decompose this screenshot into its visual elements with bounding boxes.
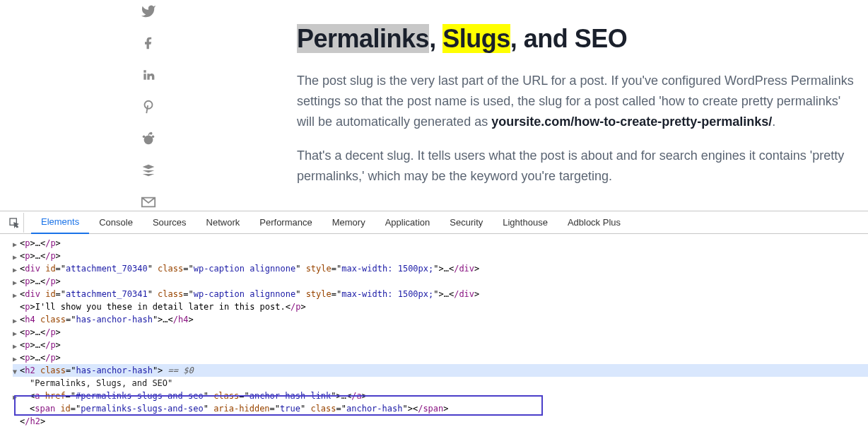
- dom-node[interactable]: ▶<div id="attachment_70341" class="wp-ca…: [13, 288, 868, 300]
- page-content: Permalinks, Slugs, and SEO The post slug…: [0, 0, 868, 211]
- dom-node[interactable]: ▶<h4 class="has-anchor-hash">…</h4>: [13, 313, 868, 326]
- devtools-tab-lighthouse[interactable]: Lighthouse: [493, 211, 558, 234]
- heading-highlight-grey: Permalinks: [297, 24, 429, 53]
- buffer-icon[interactable]: [140, 163, 157, 179]
- svg-point-3: [143, 136, 146, 139]
- dom-node[interactable]: ▶<a href="#permalinks-slugs-and-seo" cla…: [13, 390, 868, 402]
- devtools-tab-sources[interactable]: Sources: [143, 211, 197, 234]
- dom-node[interactable]: ▶<p>…</p>: [13, 339, 868, 351]
- dom-node[interactable]: "Permalinks, Slugs, and SEO": [13, 377, 868, 390]
- email-icon[interactable]: [140, 194, 157, 211]
- article-paragraph: The post slug is the very last part of t…: [297, 71, 854, 131]
- svg-point-1: [144, 136, 153, 145]
- devtools-tab-network[interactable]: Network: [197, 211, 250, 234]
- svg-point-0: [145, 101, 153, 109]
- article-body: Permalinks, Slugs, and SEO The post slug…: [297, 0, 868, 211]
- facebook-icon[interactable]: [140, 35, 157, 51]
- devtools-tab-adblock-plus[interactable]: Adblock Plus: [558, 211, 631, 234]
- elements-tree[interactable]: ▶<p>…</p>▶<p>…</p>▶<div id="attachment_7…: [0, 234, 868, 427]
- dom-node[interactable]: <p>I'll show you these in detail later i…: [13, 300, 868, 313]
- inspect-element-icon[interactable]: [4, 213, 24, 233]
- devtools-tab-memory[interactable]: Memory: [322, 211, 375, 234]
- dom-node[interactable]: <span id="permalinks-slugs-and-seo" aria…: [13, 402, 868, 415]
- devtools-tab-console[interactable]: Console: [89, 211, 143, 234]
- twitter-icon[interactable]: [140, 3, 157, 19]
- article-paragraph: That's a decent slug. It tells users wha…: [297, 146, 854, 187]
- devtools-tab-application[interactable]: Application: [375, 211, 440, 234]
- dom-node[interactable]: ▶<p>…</p>: [13, 237, 868, 250]
- dom-node[interactable]: ▶<p>…</p>: [13, 351, 868, 364]
- devtools-tabbar: ElementsConsoleSourcesNetworkPerformance…: [0, 211, 868, 234]
- devtools-tab-elements[interactable]: Elements: [31, 211, 89, 234]
- dom-node[interactable]: ▶<div id="attachment_70340" class="wp-ca…: [13, 262, 868, 275]
- pinterest-icon[interactable]: [140, 98, 157, 115]
- dom-node[interactable]: </h2>: [13, 415, 868, 427]
- heading-highlight-yellow: Slugs: [442, 24, 510, 53]
- dom-node[interactable]: ▼<h2 class="has-anchor-hash"> == $0: [13, 364, 868, 377]
- devtools-tab-performance[interactable]: Performance: [250, 211, 322, 234]
- devtools-tab-security[interactable]: Security: [440, 211, 493, 234]
- linkedin-icon[interactable]: [140, 66, 157, 83]
- dom-node[interactable]: ▶<p>…</p>: [13, 250, 868, 262]
- dom-node[interactable]: ▶<p>…</p>: [13, 275, 868, 288]
- share-sidebar: [0, 0, 297, 211]
- reddit-icon[interactable]: [140, 131, 157, 147]
- svg-point-4: [150, 132, 153, 135]
- dom-node[interactable]: ▶<p>…</p>: [13, 326, 868, 339]
- article-heading: Permalinks, Slugs, and SEO: [297, 24, 854, 54]
- svg-point-2: [152, 136, 155, 139]
- devtools-panel: ElementsConsoleSourcesNetworkPerformance…: [0, 211, 868, 427]
